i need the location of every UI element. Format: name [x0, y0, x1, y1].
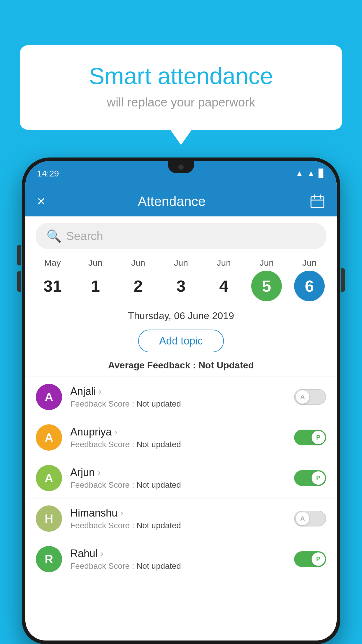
student-info: Anjali ›Feedback Score : Not updated [70, 385, 286, 409]
student-name: Rahul › [70, 547, 286, 560]
cal-month-label: Jun [217, 258, 231, 268]
toggle-knob: P [312, 431, 325, 444]
speech-bubble-container: Smart attendance will replace your paper… [20, 45, 342, 130]
attendance-toggle[interactable]: P [294, 430, 326, 445]
student-item[interactable]: HHimanshu ›Feedback Score : Not updatedA [25, 498, 337, 539]
chevron-right-icon: › [120, 508, 123, 518]
battery-icon: ▊ [319, 169, 325, 178]
feedback-score: Feedback Score : Not updated [70, 399, 286, 409]
cal-month-label: May [44, 258, 61, 268]
speech-bubble-title: Smart attendance [43, 63, 319, 90]
attendance-toggle[interactable]: P [294, 551, 326, 567]
toggle-knob: P [312, 552, 325, 566]
toggle-knob: P [312, 471, 325, 485]
calendar-day[interactable]: Jun1 [76, 258, 114, 301]
feedback-value: Not updated [136, 399, 181, 408]
feedback-value: Not updated [136, 440, 181, 449]
attendance-toggle[interactable]: A [294, 511, 326, 526]
student-info: Arjun ›Feedback Score : Not updated [70, 466, 286, 490]
status-time: 14:29 [37, 169, 59, 178]
cal-month-label: Jun [174, 258, 188, 268]
avatar: A [36, 424, 62, 451]
status-bar: 14:29 ▲ ▲ ▊ [25, 161, 337, 186]
student-item[interactable]: AAnjali ›Feedback Score : Not updatedA [25, 377, 337, 417]
cal-date-label: 4 [208, 271, 239, 301]
volume-down-button [17, 271, 21, 292]
student-info: Himanshu ›Feedback Score : Not updated [70, 507, 286, 530]
student-item[interactable]: AAnupriya ›Feedback Score : Not updatedP [25, 417, 337, 458]
avg-feedback-label: Average Feedback : [108, 360, 198, 370]
volume-up-button [17, 245, 21, 265]
wifi-icon: ▲ [296, 169, 304, 178]
app-bar-title: Attendance [34, 193, 310, 209]
student-list: AAnjali ›Feedback Score : Not updatedAAA… [25, 377, 337, 579]
student-item[interactable]: RRahul ›Feedback Score : Not updatedP [25, 539, 337, 579]
calendar-day[interactable]: Jun3 [162, 258, 200, 301]
phone-screen: 14:29 ▲ ▲ ▊ × Attendance 🔍 [25, 161, 337, 640]
speech-bubble: Smart attendance will replace your paper… [20, 45, 342, 130]
calendar-day[interactable]: Jun4 [205, 258, 243, 301]
search-icon: 🔍 [46, 229, 61, 243]
feedback-score: Feedback Score : Not updated [70, 521, 286, 530]
cal-month-label: Jun [302, 258, 316, 268]
camera [178, 164, 184, 170]
cal-date-label: 1 [80, 271, 111, 301]
student-name: Arjun › [70, 466, 286, 479]
student-name: Anjali › [70, 385, 286, 398]
speech-bubble-subtitle: will replace your paperwork [43, 95, 319, 109]
feedback-value: Not updated [136, 480, 181, 489]
avg-feedback-value: Not Updated [198, 360, 254, 370]
calendar-day[interactable]: Jun2 [119, 258, 157, 301]
attendance-toggle[interactable]: P [294, 470, 326, 486]
cal-date-label: 6 [294, 271, 325, 301]
app-bar: × Attendance [25, 186, 337, 216]
avatar: A [36, 384, 62, 410]
calendar-icon[interactable] [310, 194, 325, 209]
chevron-right-icon: › [99, 386, 102, 396]
power-button [341, 268, 345, 292]
student-item[interactable]: AArjun ›Feedback Score : Not updatedP [25, 458, 337, 498]
calendar-day[interactable]: Jun5 [248, 258, 286, 301]
search-bar[interactable]: 🔍 Search [36, 223, 326, 249]
calendar-strip: May31Jun1Jun2Jun3Jun4Jun5Jun6 [25, 252, 337, 304]
search-input[interactable]: Search [66, 230, 103, 243]
calendar-day[interactable]: May31 [34, 258, 71, 301]
chevron-right-icon: › [101, 549, 103, 559]
status-icons: ▲ ▲ ▊ [296, 169, 325, 178]
calendar-day[interactable]: Jun6 [290, 258, 328, 301]
cal-date-label: 2 [123, 271, 154, 301]
feedback-value: Not updated [136, 521, 181, 530]
student-name: Anupriya › [70, 426, 286, 438]
phone-frame: 14:29 ▲ ▲ ▊ × Attendance 🔍 [22, 158, 340, 644]
phone-notch [168, 161, 194, 173]
feedback-value: Not updated [136, 561, 181, 570]
feedback-score: Feedback Score : Not updated [70, 440, 286, 449]
student-name: Himanshu › [70, 507, 286, 519]
feedback-score: Feedback Score : Not updated [70, 480, 286, 490]
toggle-knob: A [296, 512, 309, 525]
cal-month-label: Jun [88, 258, 102, 268]
feedback-score: Feedback Score : Not updated [70, 561, 286, 571]
date-info: Thursday, 06 June 2019 [25, 304, 337, 324]
selected-date-text: Thursday, 06 June 2019 [128, 310, 234, 321]
search-container: 🔍 Search [25, 216, 337, 252]
student-info: Anupriya ›Feedback Score : Not updated [70, 426, 286, 449]
toggle-knob: A [296, 390, 309, 404]
signal-icon: ▲ [307, 169, 315, 178]
chevron-right-icon: › [115, 427, 117, 437]
attendance-toggle[interactable]: A [294, 389, 326, 405]
avatar: A [36, 465, 62, 491]
average-feedback: Average Feedback : Not Updated [25, 358, 337, 377]
svg-rect-0 [311, 197, 324, 208]
student-info: Rahul ›Feedback Score : Not updated [70, 547, 286, 571]
cal-date-label: 5 [251, 271, 282, 301]
cal-date-label: 3 [166, 271, 196, 301]
avatar: R [36, 546, 62, 572]
chevron-right-icon: › [98, 468, 101, 477]
cal-month-label: Jun [259, 258, 273, 268]
avatar: H [36, 505, 62, 532]
add-topic-button[interactable]: Add topic [138, 330, 224, 352]
cal-month-label: Jun [131, 258, 145, 268]
add-topic-container: Add topic [25, 324, 337, 358]
cal-date-label: 31 [37, 271, 68, 301]
